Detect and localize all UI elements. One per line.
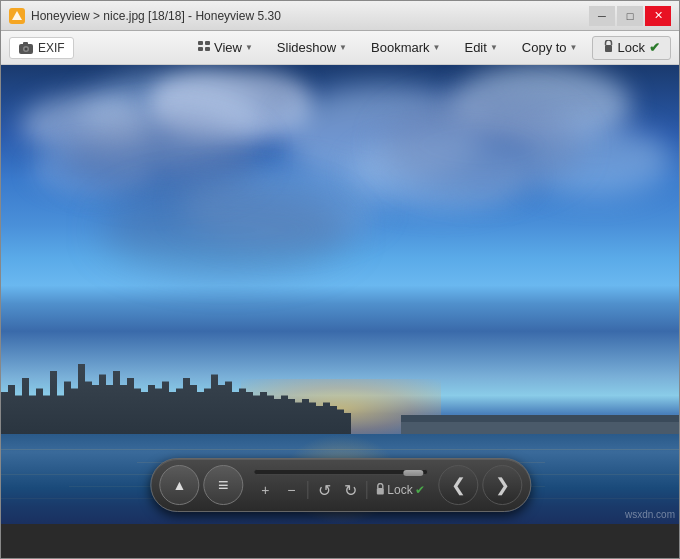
view-label: View: [214, 40, 242, 55]
menu-icon: ≡: [218, 476, 229, 494]
bookmark-label: Bookmark: [371, 40, 430, 55]
edit-menu[interactable]: Edit ▼: [454, 36, 507, 59]
view-menu[interactable]: View ▼: [187, 36, 263, 59]
menu-bar: EXIF View ▼ Slideshow ▼ Bookmark ▼ Ed: [1, 31, 679, 65]
view-dropdown-icon: ▼: [245, 43, 253, 52]
svg-point-4: [25, 48, 28, 51]
slideshow-dropdown-icon: ▼: [339, 43, 347, 52]
svg-rect-8: [205, 47, 210, 51]
exif-label: EXIF: [38, 41, 65, 55]
window-title: Honeyview > nice.jpg [18/18] - Honeyview…: [31, 9, 589, 23]
toolbar-actions: + − ↺ ↻ Lock ✔: [253, 479, 428, 501]
watermark: wsxdn.com: [625, 509, 675, 520]
rotate-ccw-button[interactable]: ↺: [312, 479, 336, 501]
toolbar-divider-2: [366, 481, 367, 499]
window-controls: ─ □ ✕: [589, 6, 671, 26]
svg-rect-10: [377, 488, 384, 495]
image-scrollbar[interactable]: [253, 469, 428, 475]
application-window: Honeyview > nice.jpg [18/18] - Honeyview…: [0, 0, 680, 559]
minimize-button[interactable]: ─: [589, 6, 615, 26]
close-button[interactable]: ✕: [645, 6, 671, 26]
toolbar-center: + − ↺ ↻ Lock ✔: [247, 469, 434, 501]
edit-dropdown-icon: ▼: [490, 43, 498, 52]
lock-button[interactable]: Lock ✔: [592, 36, 671, 60]
eject-button[interactable]: ▲: [159, 465, 199, 505]
lock-label: Lock: [618, 40, 645, 55]
image-display: [1, 65, 680, 524]
slideshow-label: Slideshow: [277, 40, 336, 55]
toolbar-lock-label: Lock: [387, 483, 412, 497]
svg-rect-7: [198, 47, 203, 51]
maximize-button[interactable]: □: [617, 6, 643, 26]
copy-to-menu[interactable]: Copy to ▼: [512, 36, 588, 59]
image-area[interactable]: ▲ ≡ + − ↺ ↻: [1, 65, 680, 524]
toolbar-divider-1: [307, 481, 308, 499]
toolbar-lock-icon: [375, 483, 385, 498]
rotate-cw-button[interactable]: ↻: [338, 479, 362, 501]
clouds-layer: [1, 65, 680, 363]
zoom-out-button[interactable]: −: [279, 479, 303, 501]
next-icon: ❯: [495, 474, 510, 496]
svg-rect-9: [605, 45, 612, 52]
svg-rect-6: [205, 41, 210, 45]
slideshow-menu[interactable]: Slideshow ▼: [267, 36, 357, 59]
zoom-in-button[interactable]: +: [253, 479, 277, 501]
scrollbar-thumb: [404, 470, 424, 476]
eject-icon: ▲: [172, 477, 186, 493]
menu-button[interactable]: ≡: [203, 465, 243, 505]
exif-button[interactable]: EXIF: [9, 37, 74, 59]
lock-check-icon: ✔: [649, 40, 660, 55]
toolbar-lock-check-icon: ✔: [415, 483, 425, 497]
copy-to-dropdown-icon: ▼: [570, 43, 578, 52]
lock-icon: [603, 40, 614, 56]
prev-button[interactable]: ❮: [439, 465, 479, 505]
bookmark-menu[interactable]: Bookmark ▼: [361, 36, 450, 59]
camera-icon: [18, 41, 34, 54]
view-icon: [197, 40, 211, 55]
prev-icon: ❮: [451, 474, 466, 496]
svg-rect-5: [198, 41, 203, 45]
next-button[interactable]: ❯: [483, 465, 523, 505]
bookmark-dropdown-icon: ▼: [433, 43, 441, 52]
title-bar: Honeyview > nice.jpg [18/18] - Honeyview…: [1, 1, 679, 31]
copy-to-label: Copy to: [522, 40, 567, 55]
toolbar-lock-button[interactable]: Lock ✔: [371, 481, 428, 500]
bottom-toolbar: ▲ ≡ + − ↺ ↻: [150, 458, 531, 512]
app-icon: [9, 8, 25, 24]
svg-rect-2: [23, 42, 28, 45]
svg-marker-0: [12, 11, 22, 20]
edit-label: Edit: [464, 40, 486, 55]
